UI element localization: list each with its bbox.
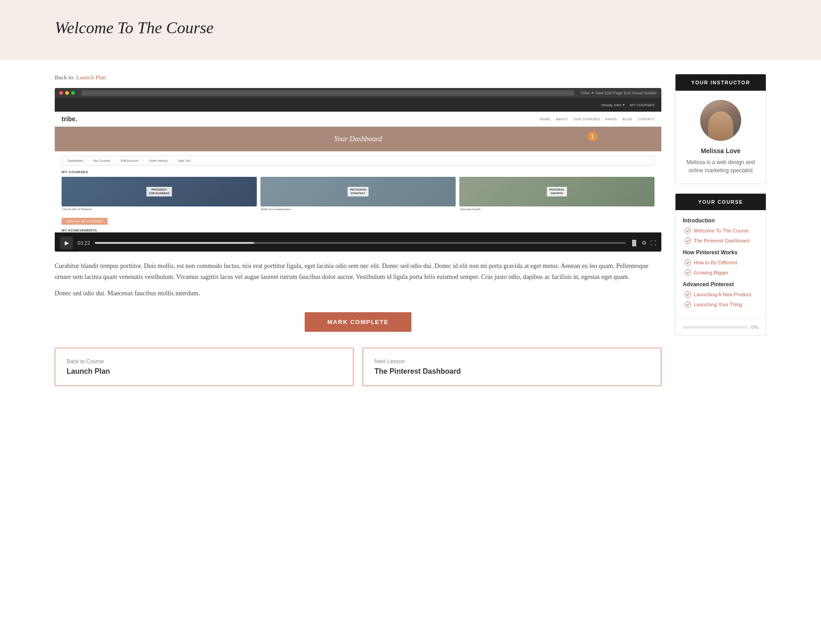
- site-menu-about: ABOUT: [556, 118, 568, 121]
- course-card-1: PINTERESTFOR BUSINESS: [62, 177, 257, 206]
- course-card-overlay-2: INSTAGRAMSTRATEGY: [260, 177, 456, 206]
- nav-cards: Back to Course Launch Plan Next Lesson T…: [55, 348, 661, 386]
- course-card-label-2: INSTAGRAMSTRATEGY: [348, 187, 369, 197]
- course-section: YOUR COURSE Introduction Welcome To The …: [675, 193, 766, 336]
- course-card-label-3: PERSONALGROWTH: [547, 187, 566, 197]
- site-header-bar: tribe. HOME ABOUT OUR COURSES RAVES BLOG…: [55, 112, 661, 127]
- check-icon-launching-thing: [685, 301, 691, 308]
- lesson-paragraph-2: Donec sed odio dui. Maecenas faucibus mo…: [55, 288, 661, 299]
- site-menu-courses: OUR COURSES: [573, 118, 600, 121]
- sep4: •: [172, 159, 173, 162]
- lesson-link-how-different[interactable]: How to Be Different: [694, 260, 737, 265]
- content-area: Back to: Launch Plan Tribe ✦ New Edit Pa…: [55, 74, 661, 386]
- lesson-link-launching-thing[interactable]: Launching Your Thing: [694, 302, 742, 307]
- achievements-label: MY ACHIEVEMENTS: [62, 228, 655, 232]
- progress-bar-outer: [683, 326, 748, 329]
- next-lesson-card[interactable]: Next Lesson The Pinterest Dashboard: [363, 348, 661, 386]
- site-top-nav: Howdy, tribe ✦ MY COURSES: [55, 98, 661, 112]
- instructor-avatar: [700, 100, 741, 141]
- progress-section: 0%: [676, 319, 766, 335]
- lesson-item-launching-new[interactable]: Launching A New Product: [683, 291, 759, 298]
- instructor-avatar-img: [700, 100, 741, 141]
- lesson-link-launching-new[interactable]: Launching A New Product: [694, 292, 751, 297]
- my-courses-label: MY COURSES: [62, 170, 655, 174]
- menu-dashboard: Dashboard: [68, 159, 83, 162]
- site-logo: tribe.: [62, 115, 77, 123]
- video-controls: ▶ 03:22 ▐▌ ⚙ ⛶: [55, 234, 661, 252]
- browser-dot-green: [71, 91, 75, 95]
- back-card-label: Back to Course: [67, 358, 342, 365]
- check-icon-welcome: [685, 227, 691, 234]
- lesson-item-pinterest-dashboard[interactable]: The Pinterest Dashboard: [683, 237, 759, 244]
- lesson-item-welcome[interactable]: Welcome To The Course: [683, 227, 759, 234]
- lesson-link-welcome[interactable]: Welcome To The Course: [694, 228, 748, 233]
- check-icon-pinterest-dashboard: [685, 237, 691, 244]
- course-card-overlay-3: PERSONALGROWTH: [459, 177, 655, 206]
- site-screenshot: Howdy, tribe ✦ MY COURSES tribe. HOME AB…: [55, 98, 661, 232]
- course-card-title-1: How To Win At Pinterest: [62, 208, 257, 211]
- back-link-label: Back to:: [55, 74, 75, 81]
- browser-bar: Tribe ✦ New Edit Page Exit Visual Builde…: [55, 88, 661, 98]
- back-link-anchor[interactable]: Launch Plan: [76, 74, 106, 81]
- site-top-nav-mycourses: MY COURSES: [630, 103, 655, 107]
- instructor-content: Melissa Love Melissa is a web design and…: [676, 91, 766, 184]
- back-link: Back to: Launch Plan: [55, 74, 661, 81]
- course-card-wrap-2: INSTAGRAMSTRATEGY Build Your Instabusine…: [260, 177, 456, 211]
- instructor-header: YOUR INSTRUCTOR: [676, 74, 766, 91]
- course-cards: PINTERESTFOR BUSINESS How To Win At Pint…: [62, 177, 655, 211]
- course-card-label-1: PINTERESTFOR BUSINESS: [146, 187, 171, 197]
- instructor-name: Melissa Love: [683, 147, 759, 155]
- settings-icon[interactable]: ⚙: [642, 240, 647, 247]
- mark-complete-button[interactable]: MARK COMPLETE: [305, 312, 411, 332]
- dashboard-title: Your Dashboard: [63, 135, 653, 143]
- time-display: 03:22: [78, 240, 90, 246]
- lesson-item-launching-thing[interactable]: Launching Your Thing: [683, 301, 759, 308]
- sep1: •: [88, 159, 88, 162]
- dashboard-menu-bar: Dashboard • My Courses • Edit Account • …: [62, 156, 655, 165]
- course-card-3: PERSONALGROWTH: [459, 177, 655, 206]
- course-content: Introduction Welcome To The Course: [676, 210, 766, 319]
- check-icon-launching-new: [685, 291, 691, 298]
- next-card-title: The Pinterest Dashboard: [374, 367, 650, 376]
- check-svg-pinterest-dashboard: [686, 239, 690, 242]
- check-svg-launching-new: [686, 293, 690, 296]
- dashboard-hero: Your Dashboard 1: [55, 127, 661, 151]
- lesson-paragraph-1: Curabitur blandit tempus porttitor. Duis…: [55, 261, 661, 283]
- browser-dot-red: [59, 91, 63, 95]
- course-card-wrap-3: PERSONALGROWTH Personal Growth: [459, 177, 655, 211]
- play-button[interactable]: ▶: [60, 237, 73, 249]
- video-progress-bar[interactable]: [95, 242, 626, 244]
- course-card-overlay-1: PINTERESTFOR BUSINESS: [62, 177, 257, 206]
- check-svg-welcome: [686, 229, 690, 232]
- instructor-bio: Melissa is a web design and online marke…: [683, 158, 759, 175]
- volume-icon[interactable]: ▐▌: [630, 240, 638, 247]
- check-icon-how-different: [685, 259, 691, 266]
- course-header: YOUR COURSE: [676, 194, 766, 210]
- browser-screenshot: Tribe ✦ New Edit Page Exit Visual Builde…: [55, 88, 661, 232]
- sep2: •: [115, 159, 116, 162]
- lesson-link-pinterest-dashboard[interactable]: The Pinterest Dashboard: [694, 238, 749, 243]
- menu-orderhistory: Order History: [149, 159, 168, 162]
- menu-mycourses: My Courses: [94, 159, 110, 162]
- site-menu-raves: RAVES: [605, 118, 617, 121]
- sidebar: YOUR INSTRUCTOR Melissa Love Melissa is …: [675, 74, 766, 386]
- browser-dot-yellow: [65, 91, 69, 95]
- page-title: Welcome To The Course: [55, 18, 766, 37]
- progress-percent: 0%: [751, 325, 759, 330]
- course-card-title-2: Build Your Instabusiness: [260, 208, 456, 211]
- lesson-body: Curabitur blandit tempus porttitor. Duis…: [55, 261, 661, 299]
- course-card-title-3: Personal Growth: [459, 208, 655, 211]
- course-card-2: INSTAGRAMSTRATEGY: [260, 177, 456, 206]
- video-progress-fill: [95, 242, 254, 244]
- fullscreen-icon[interactable]: ⛶: [650, 240, 656, 247]
- site-top-nav-howdy: Howdy, tribe ✦: [601, 103, 625, 107]
- check-icon-growing-bigger: [685, 269, 691, 276]
- lesson-item-how-different[interactable]: How to Be Different: [683, 259, 759, 266]
- lesson-item-growing-bigger[interactable]: Growing Bigger: [683, 269, 759, 276]
- page-header: Welcome To The Course: [0, 0, 821, 60]
- view-all-courses-btn[interactable]: VIEW ALL MY COURSES: [62, 218, 108, 225]
- lesson-link-growing-bigger[interactable]: Growing Bigger: [694, 270, 728, 275]
- course-section-howpinterest-title: How Pinterest Works: [683, 249, 759, 256]
- browser-url-bar: [82, 90, 574, 96]
- back-to-course-card[interactable]: Back to Course Launch Plan: [55, 348, 353, 386]
